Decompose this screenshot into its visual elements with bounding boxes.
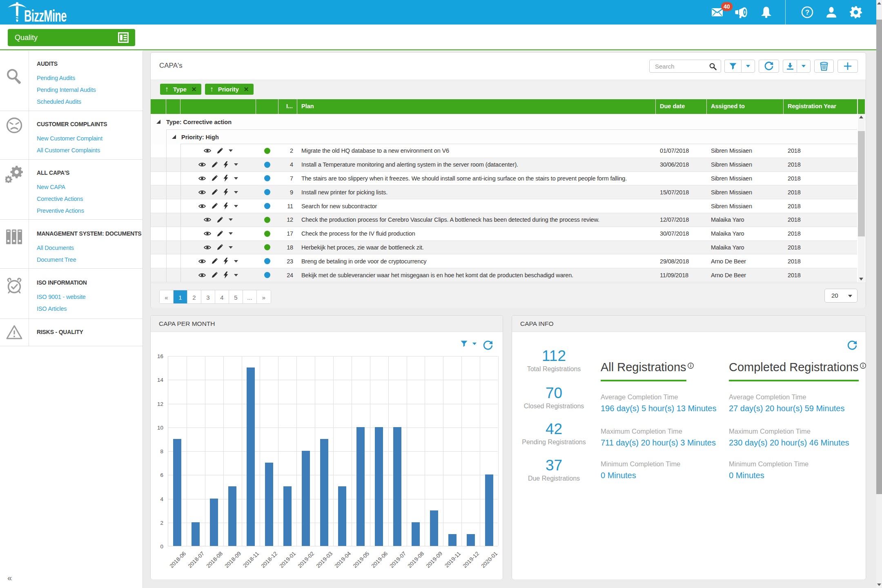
group-chip-priority[interactable]: ↑ Priority ✕ (205, 84, 254, 95)
row-plan[interactable]: Herbekijk het proces, zie waar de bottle… (301, 244, 653, 251)
chevron-down-icon[interactable] (472, 343, 477, 345)
user-profile-button[interactable] (823, 0, 840, 24)
pagination-page-button[interactable]: 2 (187, 290, 201, 304)
pagination-page-button[interactable]: 1 (174, 290, 187, 304)
group-chip-type[interactable]: ↑ Type ✕ (160, 84, 201, 95)
row-menu-icon[interactable] (229, 232, 233, 235)
row-menu-icon[interactable] (229, 149, 233, 152)
row-plan[interactable]: Migrate the old HQ database to a new env… (301, 147, 653, 154)
trash-button[interactable] (814, 60, 834, 73)
edit-record-icon[interactable] (212, 258, 218, 264)
scroll-down-arrow[interactable] (859, 278, 863, 281)
row-plan[interactable]: Search for new subcontractor (301, 203, 653, 209)
export-dropdown-button[interactable] (797, 60, 811, 73)
filter-button[interactable] (724, 60, 741, 73)
view-record-icon[interactable] (198, 204, 206, 209)
view-record-icon[interactable] (204, 217, 211, 222)
pagination-page-button[interactable]: 4 (215, 290, 229, 304)
download-button[interactable] (783, 60, 797, 73)
workflow-action-icon[interactable] (223, 189, 228, 196)
edit-record-icon[interactable] (212, 189, 218, 195)
pagination-next-button[interactable]: » (257, 290, 271, 304)
workflow-action-icon[interactable] (223, 203, 228, 209)
add-record-button[interactable] (837, 60, 858, 73)
info-icon[interactable] (688, 363, 694, 370)
view-record-icon[interactable] (198, 273, 206, 278)
bizzmine-logo[interactable]: BizzMine (7, 1, 92, 26)
row-plan[interactable]: The stairs are too slippery when it free… (301, 175, 653, 182)
pagination-prev-button[interactable]: « (160, 290, 174, 304)
edit-record-icon[interactable] (217, 244, 223, 250)
row-plan[interactable]: Check the process for the IV fluid produ… (301, 230, 653, 237)
group-row-priority[interactable]: Priority: High (151, 130, 857, 144)
row-menu-icon[interactable] (234, 260, 238, 263)
workflow-action-icon[interactable] (223, 272, 228, 278)
search-icon[interactable] (709, 63, 717, 70)
edit-record-icon[interactable] (212, 203, 218, 209)
settings-button[interactable] (848, 0, 864, 24)
sidebar-item-iso-articles[interactable]: ISO Articles (37, 303, 144, 315)
announcements-button[interactable] (733, 0, 749, 24)
pagination-page-button[interactable]: 3 (201, 290, 215, 304)
column-header-due-date[interactable]: Due date (656, 99, 707, 114)
scrollbar-thumb[interactable] (876, 20, 882, 494)
view-record-icon[interactable] (198, 259, 206, 264)
help-button[interactable]: ? (799, 0, 815, 24)
row-menu-icon[interactable] (234, 274, 238, 276)
row-menu-icon[interactable] (234, 177, 238, 180)
sidebar-item-pending-audits[interactable]: Pending Audits (37, 72, 144, 84)
collapse-group-icon[interactable] (156, 120, 160, 124)
view-record-icon[interactable] (198, 162, 206, 167)
edit-record-icon[interactable] (217, 231, 223, 237)
edit-record-icon[interactable] (217, 148, 223, 154)
row-menu-icon[interactable] (234, 191, 238, 194)
sidebar-item-all-customer-complaints[interactable]: All Customer Complaints (37, 145, 144, 156)
view-record-icon[interactable] (204, 148, 211, 153)
sidebar-item-new-customer-complaint[interactable]: New Customer Complaint (37, 133, 144, 145)
row-plan[interactable]: Check the production process for Cerebro… (301, 216, 653, 223)
row-menu-icon[interactable] (234, 163, 238, 166)
chart-refresh-icon[interactable] (483, 341, 493, 350)
sidebar-item-pending-internal-audits[interactable]: Pending Internal Audits (37, 84, 144, 96)
column-header-plan[interactable]: Plan (297, 99, 656, 114)
row-plan[interactable]: Bekijk met de subleverancier waar het mi… (301, 272, 653, 278)
search-input[interactable] (650, 60, 707, 72)
page-scrollbar[interactable] (876, 0, 882, 588)
edit-record-icon[interactable] (212, 272, 218, 278)
edit-record-icon[interactable] (212, 175, 218, 181)
sidebar-item-document-tree[interactable]: Document Tree (37, 254, 144, 266)
workflow-action-icon[interactable] (223, 175, 228, 182)
chart-filter-icon[interactable] (461, 341, 468, 347)
column-header-registration-year[interactable]: Registration Year (784, 99, 857, 114)
view-record-icon[interactable] (204, 231, 211, 236)
sidebar-item-new-capa[interactable]: New CAPA (37, 181, 144, 193)
edit-record-icon[interactable] (217, 217, 223, 223)
column-header-assigned-to[interactable]: Assigned to (707, 99, 784, 114)
workflow-action-icon[interactable] (223, 258, 228, 265)
page-size-select[interactable]: 20 (824, 289, 858, 303)
sidebar-item-iso-9001-website[interactable]: ISO 9001 - website (37, 291, 144, 303)
view-record-icon[interactable] (204, 245, 211, 250)
row-menu-icon[interactable] (229, 218, 233, 221)
scroll-up-arrow[interactable] (859, 116, 863, 118)
module-selector-button[interactable]: Quality (8, 29, 135, 46)
info-icon[interactable] (860, 363, 866, 370)
row-plan[interactable]: Install new printer for picking lists. (301, 189, 653, 196)
view-record-icon[interactable] (198, 176, 206, 181)
refresh-button[interactable] (759, 60, 779, 73)
collapse-group-icon[interactable] (172, 135, 176, 139)
scroll-down-arrow[interactable] (877, 584, 881, 586)
view-record-icon[interactable] (198, 190, 206, 195)
sidebar-item-scheduled-audits[interactable]: Scheduled Audits (37, 96, 144, 108)
sidebar-item-all-documents[interactable]: All Documents (37, 242, 144, 254)
row-menu-icon[interactable] (234, 205, 238, 207)
row-plan[interactable]: Breng de betaling in orde voor de crypto… (301, 258, 653, 265)
notifications-button[interactable] (758, 0, 774, 24)
filter-dropdown-button[interactable] (741, 60, 755, 73)
grid-scrollbar[interactable] (858, 114, 865, 282)
scrollbar-thumb[interactable] (858, 131, 865, 236)
row-menu-icon[interactable] (229, 246, 233, 249)
remove-chip-icon[interactable]: ✕ (244, 86, 249, 93)
info-refresh-icon[interactable] (847, 341, 857, 350)
row-plan[interactable]: Install a Temperature monitoring and ale… (301, 161, 653, 168)
